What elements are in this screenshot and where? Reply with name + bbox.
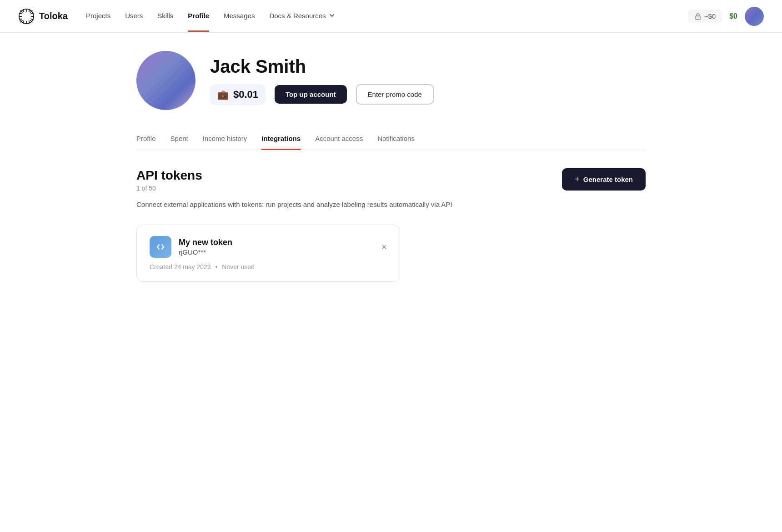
token-key: rjGUO***: [179, 248, 232, 256]
tab-income[interactable]: Income history: [203, 128, 247, 150]
token-code-icon: [150, 236, 171, 258]
nav-balance: $0: [729, 12, 737, 20]
svg-line-15: [23, 20, 24, 23]
profile-header: Jack Smith 💼 $0.01 Top up account Enter …: [136, 51, 646, 110]
svg-rect-17: [696, 16, 700, 20]
token-info: My new token rjGUO***: [179, 238, 232, 256]
tab-account[interactable]: Account access: [315, 128, 363, 150]
token-created: Created 24 may 2023: [150, 263, 211, 271]
api-tokens-section: API tokens 1 of 50 + Generate token Conn…: [136, 168, 646, 309]
svg-line-12: [31, 13, 33, 14]
toloka-logo-icon: [18, 8, 35, 25]
profile-avatar: [136, 51, 196, 110]
tab-spent[interactable]: Spent: [170, 128, 188, 150]
token-meta-separator: •: [216, 263, 218, 271]
api-title-group: API tokens 1 of 50: [136, 168, 202, 192]
nav-profile[interactable]: Profile: [188, 1, 209, 32]
wallet-icon: 💼: [217, 89, 229, 100]
nav-messages[interactable]: Messages: [224, 1, 255, 32]
svg-line-14: [31, 19, 33, 19]
plus-icon: +: [575, 175, 580, 184]
profile-name: Jack Smith: [210, 56, 434, 77]
nav-users[interactable]: Users: [125, 1, 143, 32]
wallet-badge: 💼 $0.01: [210, 84, 266, 105]
token-usage: Never used: [222, 263, 255, 271]
tab-integrations[interactable]: Integrations: [261, 128, 301, 150]
svg-line-13: [20, 13, 22, 14]
nav-skills[interactable]: Skills: [157, 1, 173, 32]
tab-profile[interactable]: Profile: [136, 128, 156, 150]
nav-docs[interactable]: Docs & Resources: [269, 1, 335, 32]
locked-balance: ~$0: [688, 10, 722, 23]
nav-links: Projects Users Skills Profile Messages D…: [86, 1, 688, 32]
nav-projects[interactable]: Projects: [86, 1, 110, 32]
profile-info: Jack Smith 💼 $0.01 Top up account Enter …: [210, 56, 434, 105]
tab-notifications[interactable]: Notifications: [377, 128, 415, 150]
token-meta: Created 24 may 2023 • Never used: [150, 263, 387, 271]
avatar[interactable]: [745, 7, 764, 26]
svg-line-10: [29, 20, 30, 23]
top-up-button[interactable]: Top up account: [275, 85, 347, 104]
logo-link[interactable]: Toloka: [18, 8, 68, 25]
promo-button[interactable]: Enter promo code: [356, 84, 434, 105]
token-card: My new token rjGUO*** × Created 24 may 2…: [136, 225, 400, 282]
profile-tabs: Profile Spent Income history Integration…: [136, 128, 646, 150]
svg-line-11: [20, 19, 22, 19]
main-content: Jack Smith 💼 $0.01 Top up account Enter …: [118, 33, 664, 309]
token-card-header: My new token rjGUO*** ×: [150, 236, 387, 258]
token-close-button[interactable]: ×: [381, 242, 387, 251]
api-header: API tokens 1 of 50 + Generate token: [136, 168, 646, 192]
svg-line-16: [29, 9, 30, 11]
api-title: API tokens: [136, 168, 202, 183]
wallet-amount: $0.01: [233, 89, 258, 100]
brand-name: Toloka: [39, 11, 68, 21]
svg-line-9: [23, 9, 24, 11]
token-name: My new token: [179, 238, 232, 247]
profile-balance-row: 💼 $0.01 Top up account Enter promo code: [210, 84, 434, 105]
generate-token-button[interactable]: + Generate token: [562, 168, 646, 191]
api-count: 1 of 50: [136, 185, 202, 192]
lock-icon: [694, 13, 702, 20]
navbar-right: ~$0 $0: [688, 7, 764, 26]
navbar: Toloka Projects Users Skills Profile Mes…: [0, 0, 782, 33]
chevron-down-icon: [329, 12, 335, 19]
api-description: Connect external applications with token…: [136, 199, 455, 210]
token-left: My new token rjGUO***: [150, 236, 232, 258]
